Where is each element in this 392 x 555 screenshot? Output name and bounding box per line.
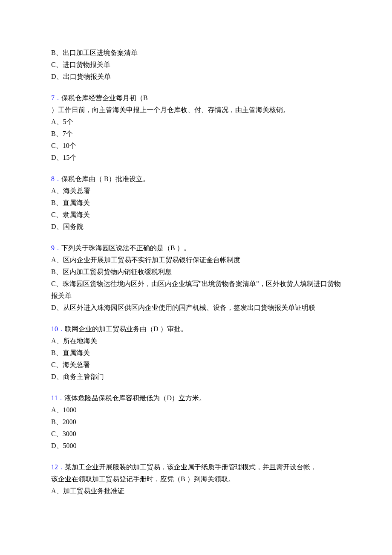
- question-number: 7．: [51, 94, 61, 101]
- question-text-line: 11．液体危险品保税仓库容积最低为（D）立方米。: [51, 392, 341, 404]
- question-text: 保税仓库由（ B）批准设立。: [61, 175, 150, 182]
- question-text-line2: ）工作日前，向主管海关申报上一个月仓库收、付、存情况，由主管海关核销。: [51, 104, 341, 116]
- question-10: 10．联网企业的加工贸易业务由（D ）审批。 A、所在地海关 B、直属海关 C、…: [51, 323, 341, 383]
- option-a: A、所在地海关: [51, 335, 341, 347]
- question-text-line: 9．下列关于珠海园区说法不正确的是（B ）。: [51, 242, 341, 254]
- option-d: D、出口货物报关单: [51, 71, 341, 83]
- question-11: 11．液体危险品保税仓库容积最低为（D）立方米。 A、1000 B、2000 C…: [51, 392, 341, 452]
- question-text-line2: 该企业在领取加工贸易登记手册时，应凭（B ）到海关领取。: [51, 473, 341, 485]
- option-c: C、3000: [51, 428, 341, 440]
- option-c: C、海关总署: [51, 359, 341, 371]
- option-d: D、5000: [51, 440, 341, 452]
- question-text: 下列关于珠海园区说法不正确的是（B ）。: [61, 244, 190, 251]
- question-text: 某加工企业开展服装的加工贸易，该企业属于纸质手册管理模式，并且需开设台帐，: [65, 463, 317, 471]
- document-page: B、出口加工区进境备案清单 C、进口货物报关单 D、出口货物报关单 7．保税仓库…: [0, 0, 392, 555]
- option-b: B、区内加工贸易货物内销征收缓税利息: [51, 266, 341, 278]
- option-b: B、直属海关: [51, 347, 341, 359]
- option-b: B、出口加工区进境备案清单: [51, 47, 341, 59]
- question-text-line1: 7．保税仓库经营企业每月初（B: [51, 92, 341, 104]
- option-d: D、15个: [51, 152, 341, 164]
- question-text: 保税仓库经营企业每月初（B: [61, 94, 148, 101]
- question-number: 12．: [51, 463, 65, 471]
- option-c: C、珠海园区货物运往境内区外，由区内企业填写"出境货物备案清单"，区外收货人填制…: [51, 278, 341, 302]
- question-text: 液体危险品保税仓库容积最低为（D）立方米。: [64, 394, 206, 402]
- option-d: D、国务院: [51, 221, 341, 233]
- question-text: 联网企业的加工贸易业务由（D ）审批。: [65, 325, 187, 332]
- question-number: 11．: [51, 394, 64, 402]
- question-number: 10．: [51, 325, 65, 332]
- question-number: 9．: [51, 244, 61, 251]
- option-d: D、商务主管部门: [51, 371, 341, 383]
- option-c: C、隶属海关: [51, 209, 341, 221]
- option-a: A、区内企业开展加工贸易不实行加工贸易银行保证金台帐制度: [51, 254, 341, 266]
- option-b: B、直属海关: [51, 197, 341, 209]
- option-b: B、2000: [51, 416, 341, 428]
- option-c: C、10个: [51, 140, 341, 152]
- option-d: D、从区外进入珠海园区供区内企业使用的国产机械、设备，签发出口货物报关单证明联: [51, 302, 341, 314]
- option-c: C、进口货物报关单: [51, 59, 341, 71]
- question-number: 8．: [51, 175, 61, 182]
- question-9: 9．下列关于珠海园区说法不正确的是（B ）。 A、区内企业开展加工贸易不实行加工…: [51, 242, 341, 314]
- question-12: 12．某加工企业开展服装的加工贸易，该企业属于纸质手册管理模式，并且需开设台帐，…: [51, 461, 341, 497]
- question-text-line1: 12．某加工企业开展服装的加工贸易，该企业属于纸质手册管理模式，并且需开设台帐，: [51, 461, 341, 473]
- option-a: A、5个: [51, 116, 341, 128]
- option-a: A、海关总署: [51, 185, 341, 197]
- option-a: A、1000: [51, 404, 341, 416]
- question-7: 7．保税仓库经营企业每月初（B ）工作日前，向主管海关申报上一个月仓库收、付、存…: [51, 92, 341, 164]
- option-a: A、加工贸易业务批准证: [51, 485, 341, 497]
- question-text-line: 10．联网企业的加工贸易业务由（D ）审批。: [51, 323, 341, 335]
- option-b: B、7个: [51, 128, 341, 140]
- question-text-line: 8．保税仓库由（ B）批准设立。: [51, 173, 341, 185]
- question-8: 8．保税仓库由（ B）批准设立。 A、海关总署 B、直属海关 C、隶属海关 D、…: [51, 173, 341, 233]
- question-6-tail: B、出口加工区进境备案清单 C、进口货物报关单 D、出口货物报关单: [51, 47, 341, 83]
